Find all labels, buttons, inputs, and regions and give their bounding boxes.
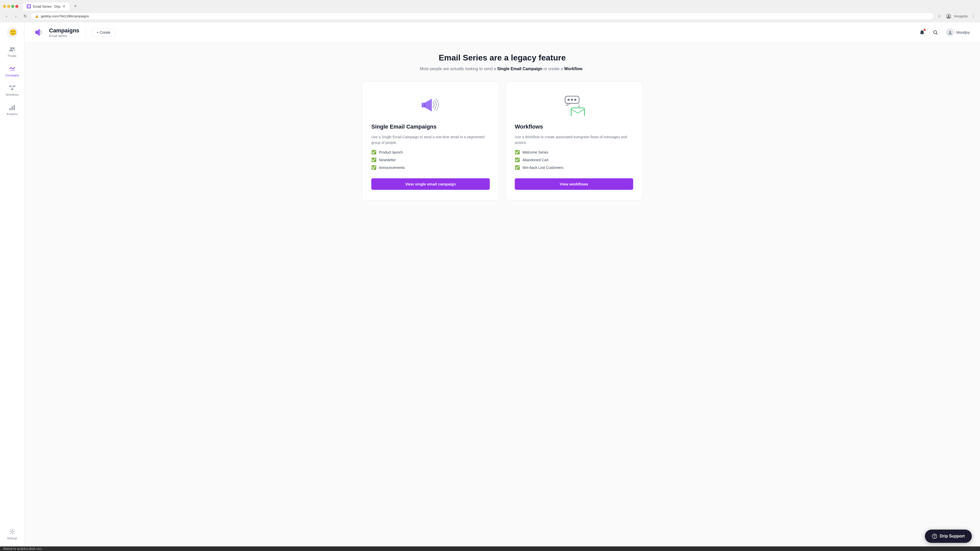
incognito-label: Incognito (954, 14, 968, 18)
browser-chrome: − □ ✕ d Email Series · Drip ✕ + ‹ › ↻ 🔒 … (0, 0, 980, 22)
single-email-title: Single Email Campaigns (371, 124, 490, 130)
workflow-feature-label-2: Win-back Lost Customers (522, 165, 563, 170)
sidebar-people-label: People (8, 54, 16, 57)
lock-icon: 🔒 (35, 14, 39, 18)
workflow-check-icon-1: ✅ (515, 157, 520, 162)
feature-cards-grid: Single Email Campaigns Use a Single Emai… (362, 81, 643, 200)
bookmark-btn[interactable]: ☆ (936, 13, 943, 20)
sidebar: 🙂 People Campaigns (0, 22, 24, 546)
single-email-features: ✅ Product launch ✅ Newsletter ✅ Announce… (371, 150, 490, 170)
content-subtitle: Most people are actually looking to send… (40, 67, 965, 71)
workflow-feature-item-2: ✅ Win-back Lost Customers (515, 165, 633, 170)
workflow-feature-label-1: Abandoned Cart (522, 158, 549, 162)
notifications-btn[interactable] (918, 28, 927, 37)
svg-line-24 (936, 33, 938, 35)
workflows-card: Workflows Use a Workflow to create autom… (505, 81, 643, 200)
check-icon-2: ✅ (371, 165, 376, 170)
user-avatar (946, 28, 954, 37)
window-maximize-btn[interactable]: □ (11, 5, 14, 8)
view-workflows-btn[interactable]: View workflows (515, 178, 633, 190)
main-content: Campaigns Email series + Create (24, 22, 980, 546)
single-email-card: Single Email Campaigns Use a Single Emai… (362, 81, 499, 200)
nav-back-btn[interactable]: ‹ (3, 13, 10, 20)
svg-rect-19 (10, 108, 11, 110)
notification-badge (924, 29, 926, 31)
nav-refresh-btn[interactable]: ↻ (21, 13, 29, 20)
check-icon-1: ✅ (371, 157, 376, 162)
single-email-illustration (371, 92, 490, 118)
profile-btn[interactable] (945, 13, 952, 20)
sidebar-analytics-label: Analytics (6, 113, 18, 116)
check-icon-0: ✅ (371, 150, 376, 155)
page-subtitle-text: Email series (49, 34, 80, 38)
subtitle-end: . (584, 67, 585, 71)
workflow-feature-label-0: Welcome Series (522, 150, 549, 154)
status-bar: Waiting for analytics.tiktok.com... (0, 546, 980, 551)
address-bar[interactable]: 🔒 getdrip.com/7641396/campaigns (30, 13, 934, 20)
workflows-features: ✅ Welcome Series ✅ Abandoned Cart ✅ Win-… (515, 150, 633, 170)
svg-rect-32 (571, 108, 584, 116)
workflow-check-icon-2: ✅ (515, 165, 520, 170)
tab-close-btn[interactable]: ✕ (62, 4, 65, 8)
browser-nav-bar: ‹ › ↻ 🔒 getdrip.com/7641396/campaigns ☆ … (0, 11, 980, 22)
feature-label-0: Product launch (379, 150, 403, 154)
workflows-illustration (515, 92, 633, 118)
drip-support-label: Drip Support (940, 534, 965, 538)
settings-icon (8, 527, 16, 536)
tab-favicon: d (27, 4, 31, 8)
svg-text:🙂: 🙂 (9, 29, 17, 36)
status-text: Waiting for analytics.tiktok.com... (3, 547, 44, 550)
sidebar-logo[interactable]: 🙂 (6, 26, 18, 38)
sidebar-item-workflows[interactable]: Workflows (2, 81, 22, 99)
view-single-email-btn[interactable]: View single email campaign (371, 178, 490, 190)
sidebar-item-people[interactable]: People (2, 43, 22, 60)
subtitle-start: Most people are actually looking to send… (420, 67, 497, 71)
sidebar-item-analytics[interactable]: Analytics (2, 101, 22, 118)
feature-item-1: ✅ Newsletter (371, 157, 490, 162)
svg-point-11 (10, 47, 12, 49)
svg-point-12 (13, 47, 14, 49)
subtitle-mid: or create a (544, 67, 564, 71)
svg-rect-15 (13, 86, 15, 87)
new-tab-btn[interactable]: + (72, 3, 79, 10)
window-close-btn[interactable]: ✕ (15, 5, 18, 8)
single-email-description: Use a Single Email Campaign to send a on… (371, 134, 490, 146)
content-area: Email Series are a legacy feature Most p… (24, 43, 980, 546)
svg-point-25 (949, 31, 951, 33)
address-text: getdrip.com/7641396/campaigns (41, 14, 89, 18)
workflow-feature-item-1: ✅ Abandoned Cart (515, 157, 633, 162)
feature-label-1: Newsletter (379, 158, 396, 162)
svg-rect-16 (11, 89, 13, 90)
extensions-btn[interactable]: ⋮ (970, 13, 977, 20)
analytics-icon (8, 103, 16, 111)
svg-point-28 (571, 99, 573, 101)
create-button[interactable]: + Create (92, 28, 115, 37)
header-user[interactable]: Moodjoy (944, 27, 972, 38)
campaigns-icon (8, 65, 16, 73)
workflows-description: Use a Workflow to create automated everg… (515, 134, 633, 146)
workflows-icon (8, 84, 16, 92)
page-header: Campaigns Email series + Create (24, 22, 980, 43)
svg-point-27 (568, 99, 570, 101)
feature-item-0: ✅ Product launch (371, 150, 490, 155)
people-icon (8, 45, 16, 53)
browser-tab-active[interactable]: d Email Series · Drip ✕ (22, 2, 70, 11)
content-page-title: Email Series are a legacy feature (40, 53, 965, 62)
nav-forward-btn[interactable]: › (12, 13, 19, 20)
sidebar-item-settings[interactable]: Settings (2, 525, 22, 542)
svg-point-29 (574, 99, 576, 101)
sidebar-item-campaigns[interactable]: Campaigns (2, 62, 22, 79)
drip-support-btn[interactable]: Drip Support (925, 530, 972, 543)
subtitle-link1: Single Email Campaign (497, 67, 542, 71)
svg-rect-20 (11, 106, 13, 110)
svg-point-22 (11, 531, 13, 533)
svg-point-3 (948, 15, 950, 17)
window-dropdown-btn[interactable] (7, 5, 10, 8)
subtitle-link2: Workflow (564, 67, 583, 71)
search-btn[interactable] (931, 28, 940, 37)
feature-label-2: Announcements (379, 165, 405, 170)
window-minimize-btn[interactable]: − (3, 5, 6, 8)
svg-rect-21 (14, 105, 15, 110)
app-container: 🙂 People Campaigns (0, 22, 980, 546)
svg-point-34 (934, 537, 935, 538)
